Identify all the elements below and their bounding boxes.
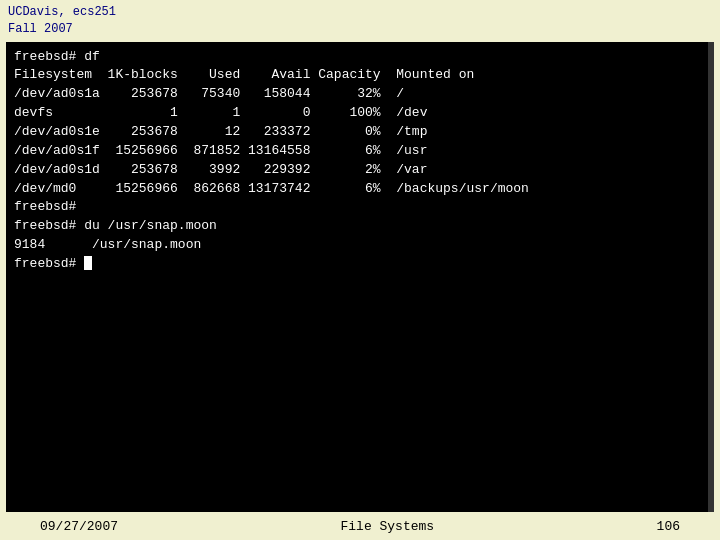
footer-date: 09/27/2007 xyxy=(40,519,118,534)
header-line2: Fall 2007 xyxy=(8,21,712,38)
terminal-line: /dev/ad0s1f 15256966 871852 13164558 6% … xyxy=(14,142,706,161)
terminal-cursor xyxy=(84,256,92,270)
terminal-window: freebsd# dfFilesystem 1K-blocks Used Ava… xyxy=(6,42,714,512)
terminal-line: /dev/ad0s1e 253678 12 233372 0% /tmp xyxy=(14,123,706,142)
scrollbar[interactable] xyxy=(708,42,714,512)
footer-page: 106 xyxy=(657,519,680,534)
terminal-line: /dev/ad0s1a 253678 75340 158044 32% / xyxy=(14,85,706,104)
terminal-line: freebsd# du /usr/snap.moon xyxy=(14,217,706,236)
terminal-content: freebsd# dfFilesystem 1K-blocks Used Ava… xyxy=(14,48,706,274)
terminal-line: freebsd# df xyxy=(14,48,706,67)
terminal-line: Filesystem 1K-blocks Used Avail Capacity… xyxy=(14,66,706,85)
header-line1: UCDavis, ecs251 xyxy=(8,4,712,21)
terminal-line: /dev/md0 15256966 862668 13173742 6% /ba… xyxy=(14,180,706,199)
terminal-line: devfs 1 1 0 100% /dev xyxy=(14,104,706,123)
footer-title: File Systems xyxy=(340,519,434,534)
terminal-line: 9184 /usr/snap.moon xyxy=(14,236,706,255)
footer: 09/27/2007 File Systems 106 xyxy=(0,513,720,540)
terminal-line: freebsd# xyxy=(14,255,706,274)
terminal-line: freebsd# xyxy=(14,198,706,217)
header: UCDavis, ecs251 Fall 2007 xyxy=(0,0,720,42)
terminal-line: /dev/ad0s1d 253678 3992 229392 2% /var xyxy=(14,161,706,180)
